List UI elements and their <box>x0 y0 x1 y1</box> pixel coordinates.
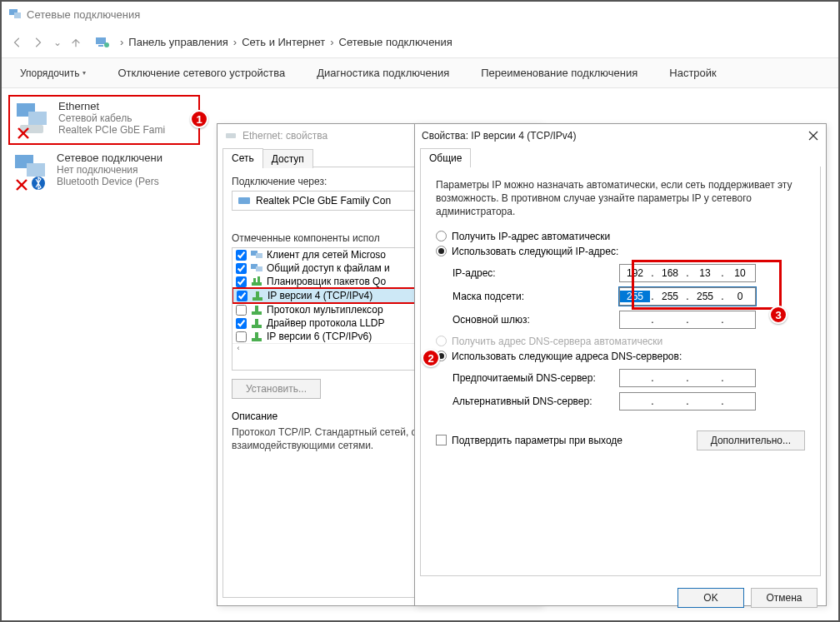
component-checkbox[interactable] <box>236 250 247 261</box>
svg-rect-30 <box>252 338 262 341</box>
svg-rect-6 <box>28 112 47 125</box>
chevron-right-icon: › <box>120 36 123 48</box>
svg-rect-20 <box>256 266 262 271</box>
breadcrumb-segment[interactable]: Сетевые подключения <box>339 36 452 48</box>
adapter-icon <box>13 152 53 192</box>
svg-rect-2 <box>96 37 106 44</box>
component-checkbox[interactable] <box>236 305 247 316</box>
protocol-icon <box>251 290 264 301</box>
adapter-icon <box>15 100 55 140</box>
connection-status: Нет подключения <box>57 164 195 176</box>
radio-auto-ip[interactable]: Получить IP-адрес автоматически <box>436 231 805 242</box>
svg-rect-26 <box>252 311 262 315</box>
dialog-title: Ethernet: свойства <box>242 130 328 142</box>
connection-bluetooth[interactable]: Сетевое подключени Нет подключения Bluet… <box>8 148 200 195</box>
chevron-right-icon: › <box>330 36 333 48</box>
connection-name: Ethernet <box>58 100 193 112</box>
explorer-titlebar: Сетевые подключения <box>2 2 838 27</box>
adapter-small-icon <box>238 196 251 206</box>
radio-manual-ip[interactable]: Использовать следующий IP-адрес: <box>436 246 805 257</box>
chevron-right-icon: › <box>233 36 237 48</box>
history-dropdown-icon[interactable]: ⌄ <box>53 37 62 48</box>
radio-manual-dns[interactable]: Использовать следующие адреса DNS-сервер… <box>436 351 805 362</box>
adapter-name: Realtek PCIe GbE Family Con <box>256 195 391 207</box>
svg-rect-18 <box>256 253 262 258</box>
preferred-dns-label: Предпочитаемый DNS-сервер: <box>452 372 619 384</box>
gateway-input[interactable]: ... <box>619 311 756 329</box>
subnet-mask-label: Маска подсети: <box>452 291 619 302</box>
svg-rect-11 <box>27 163 45 177</box>
info-text: Параметры IP можно назначать автоматичес… <box>436 178 805 219</box>
organize-button[interactable]: Упорядочить▾ <box>12 64 94 82</box>
annotation-badge-1: 1 <box>190 110 208 128</box>
gateway-label: Основной шлюз: <box>452 314 619 326</box>
annotation-badge-3: 3 <box>769 306 788 324</box>
component-checkbox[interactable] <box>237 291 248 301</box>
disable-device-button[interactable]: Отключение сетевого устройства <box>109 63 293 82</box>
settings-button[interactable]: Настройк <box>661 63 724 82</box>
component-checkbox[interactable] <box>236 318 247 329</box>
back-button[interactable] <box>8 33 27 52</box>
component-checkbox[interactable] <box>236 331 247 342</box>
ipv4-properties-window: Свойства: IP версии 4 (TCP/IPv4) Общие П… <box>414 123 827 606</box>
svg-rect-16 <box>238 197 250 204</box>
rename-button[interactable]: Переименование подключения <box>472 63 646 82</box>
up-button[interactable] <box>67 33 85 52</box>
client-icon <box>250 249 263 261</box>
connection-ethernet[interactable]: Ethernet Сетевой кабель Realtek PCIe GbE… <box>8 95 200 145</box>
breadcrumb[interactable]: › Панель управления › Сеть и Интернет › … <box>90 34 458 51</box>
svg-rect-1 <box>14 12 21 18</box>
svg-rect-15 <box>226 133 236 138</box>
protocol-icon <box>250 331 263 342</box>
preferred-dns-input[interactable]: ... <box>619 369 756 387</box>
forward-button[interactable] <box>28 33 47 52</box>
svg-rect-3 <box>98 45 103 47</box>
svg-rect-21 <box>252 282 262 286</box>
install-button[interactable]: Установить... <box>232 379 321 399</box>
control-panel-icon <box>95 36 110 49</box>
command-bar: Упорядочить▾ Отключение сетевого устройс… <box>2 58 838 88</box>
connection-status: Сетевой кабель <box>58 112 193 124</box>
protocol-icon <box>250 304 263 316</box>
window-title: Сетевые подключения <box>27 8 140 21</box>
annotation-badge-2: 2 <box>422 349 440 367</box>
breadcrumb-segment[interactable]: Панель управления <box>128 36 228 48</box>
adapter-small-icon <box>224 129 238 142</box>
tab-general[interactable]: Общие <box>420 148 471 167</box>
close-icon[interactable] <box>808 130 819 142</box>
advanced-button[interactable]: Дополнительно... <box>697 430 805 450</box>
svg-rect-25 <box>256 291 259 297</box>
connection-device: Realtek PCIe GbE Fami <box>58 124 193 136</box>
svg-rect-31 <box>255 332 258 338</box>
tab-network[interactable]: Сеть <box>222 148 263 167</box>
ip-address-label: IP-адрес: <box>452 267 619 279</box>
highlight-box <box>632 260 782 310</box>
svg-rect-23 <box>258 276 260 282</box>
radio-auto-dns: Получить адрес DNS-сервера автоматически <box>436 336 805 347</box>
file-share-icon <box>250 262 263 274</box>
svg-rect-27 <box>255 306 258 311</box>
validate-on-exit-checkbox[interactable]: Подтвердить параметры при выходе <box>436 435 622 446</box>
svg-rect-24 <box>252 297 262 301</box>
component-checkbox[interactable] <box>236 263 247 274</box>
qos-icon <box>250 276 263 287</box>
navigation-bar: ⌄ › Панель управления › Сеть и Интернет … <box>2 27 838 58</box>
chevron-down-icon: ▾ <box>82 69 86 77</box>
svg-rect-28 <box>252 325 262 328</box>
connection-device: Bluetooth Device (Pers <box>57 176 195 187</box>
alternate-dns-label: Альтернативный DNS-сервер: <box>452 396 619 407</box>
window-titlebar[interactable]: Свойства: IP версии 4 (TCP/IPv4) <box>415 124 826 147</box>
diagnose-button[interactable]: Диагностика подключения <box>308 63 458 82</box>
ok-button[interactable]: OK <box>678 588 744 608</box>
component-checkbox[interactable] <box>236 276 247 287</box>
breadcrumb-segment[interactable]: Сеть и Интернет <box>242 36 325 48</box>
cancel-button[interactable]: Отмена <box>751 588 818 608</box>
connection-name: Сетевое подключени <box>57 152 195 164</box>
alternate-dns-input[interactable]: ... <box>619 392 756 411</box>
dialog-title: Свойства: IP версии 4 (TCP/IPv4) <box>422 130 577 142</box>
tab-strip: Общие <box>415 147 826 167</box>
svg-rect-29 <box>255 319 258 325</box>
tab-access[interactable]: Доступ <box>262 149 313 168</box>
svg-point-4 <box>104 42 109 47</box>
protocol-icon <box>250 317 263 329</box>
